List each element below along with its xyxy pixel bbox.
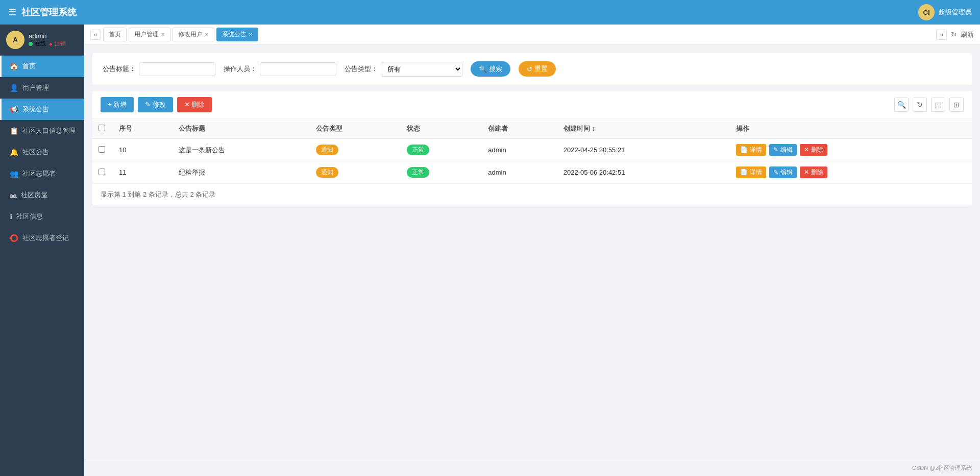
title-input[interactable]: [139, 62, 215, 76]
search-button[interactable]: 🔍 搜索: [471, 61, 510, 77]
sidebar-item-user-mgmt[interactable]: 👤 用户管理: [0, 77, 84, 99]
breadcrumb-bar: « 首页 用户管理 ✕ 修改用户 ✕ 系统公告 ✕ »: [84, 25, 980, 45]
main-layout: A admin 在线 ● 注销 🏠 首页 👤 用户管理 📢: [0, 25, 980, 476]
online-dot: [29, 42, 33, 46]
page-content: 公告标题： 操作人员： 公告类型： 所有 通知 公告 紧急: [84, 45, 980, 460]
sidebar-label-volunteer-reg: 社区志愿者登记: [22, 233, 69, 243]
row-edit-button[interactable]: ✎ 编辑: [769, 166, 796, 178]
search-btn-label: 搜索: [489, 64, 502, 74]
tab-user-mgmt[interactable]: 用户管理 ✕: [129, 28, 170, 41]
row-checkbox[interactable]: [92, 161, 113, 184]
header-title: 公告标题: [173, 119, 310, 139]
close-system-announce-icon[interactable]: ✕: [249, 32, 253, 37]
content-area: « 首页 用户管理 ✕ 修改用户 ✕ 系统公告 ✕ »: [84, 25, 980, 476]
sidebar-item-house[interactable]: 🏘 社区房屋: [0, 184, 84, 206]
search-icon-button[interactable]: 🔍: [894, 98, 909, 112]
sidebar-label-user-mgmt: 用户管理: [22, 83, 49, 92]
title-field: 公告标题：: [103, 62, 215, 76]
logout-link[interactable]: 注销: [55, 40, 66, 47]
user-info: admin 在线 ● 注销: [29, 32, 66, 47]
sidebar-item-volunteer-reg[interactable]: ⭕ 社区志愿者登记: [0, 227, 84, 249]
close-user-mgmt-icon[interactable]: ✕: [161, 32, 165, 37]
table-view-button[interactable]: ▤: [931, 98, 945, 112]
tab-system-announce[interactable]: 系统公告 ✕: [216, 28, 258, 41]
sidebar-label-system-announce: 系统公告: [22, 105, 49, 114]
sidebar-label-info: 社区信息: [16, 212, 43, 221]
breadcrumb-refresh-label[interactable]: 刷新: [961, 30, 974, 39]
top-header: ☰ 社区管理系统 Ci 超级管理员: [0, 0, 980, 25]
tab-modify-user-label: 修改用户: [178, 30, 203, 39]
row-created-at: 2022-04-25 20:55:21: [557, 139, 730, 161]
page-footer: CSDN @z社区管理系统: [84, 460, 980, 476]
sidebar-label-home: 首页: [22, 62, 36, 71]
refresh-button[interactable]: ↻: [951, 31, 957, 38]
select-all-checkbox[interactable]: [99, 125, 105, 131]
detail-button[interactable]: 📄 详情: [736, 166, 766, 178]
tab-system-announce-label: 系统公告: [222, 30, 247, 39]
hamburger-button[interactable]: ☰: [8, 7, 16, 18]
row-type: 通知: [310, 139, 401, 161]
header-checkbox-col: [92, 119, 113, 139]
sidebar-label-volunteer: 社区志愿者: [22, 169, 56, 178]
row-creator: admin: [482, 139, 557, 161]
header-actions: 操作: [730, 119, 972, 139]
type-field: 公告类型： 所有 通知 公告 紧急: [345, 62, 462, 77]
breadcrumb-right-actions: » ↻ 刷新: [936, 30, 974, 40]
header-right: Ci 超级管理员: [918, 4, 972, 20]
tab-home[interactable]: 首页: [103, 28, 127, 41]
sidebar-label-house: 社区房屋: [21, 191, 47, 200]
sidebar-item-community-announce[interactable]: 🔔 社区公告: [0, 141, 84, 163]
table-header-row: 序号 公告标题 公告类型 状态 创建者 创建时间 ↕ 操作: [92, 119, 972, 139]
sidebar-item-population[interactable]: 📋 社区人口信息管理: [0, 120, 84, 141]
tab-modify-user[interactable]: 修改用户 ✕: [173, 28, 214, 41]
close-modify-user-icon[interactable]: ✕: [205, 32, 209, 37]
operator-label: 操作人员：: [224, 64, 257, 74]
row-seq: 11: [113, 161, 173, 184]
reset-icon: ↺: [527, 65, 532, 73]
tab-home-label: 首页: [109, 30, 121, 39]
reset-button[interactable]: ↺ 重置: [519, 61, 556, 77]
search-icon: 🔍: [479, 65, 487, 73]
edit-button[interactable]: ✎ 修改: [138, 97, 173, 112]
row-title: 纪检举报: [173, 161, 310, 184]
row-status: 正常: [401, 139, 482, 161]
sidebar-item-volunteer[interactable]: 👥 社区志愿者: [0, 163, 84, 184]
toolbar-left: + 新增 ✎ 修改 ✕ 删除: [101, 97, 212, 112]
sidebar: A admin 在线 ● 注销 🏠 首页 👤 用户管理 📢: [0, 25, 84, 476]
announce-icon: 📢: [10, 105, 18, 113]
row-edit-button[interactable]: ✎ 编辑: [769, 144, 796, 156]
sidebar-item-info[interactable]: ℹ 社区信息: [0, 206, 84, 227]
delete-button[interactable]: ✕ 删除: [177, 97, 212, 112]
header-created-at: 创建时间 ↕: [557, 119, 730, 139]
add-button[interactable]: + 新增: [101, 97, 134, 112]
user-status: 在线 ● 注销: [29, 40, 66, 47]
bell-icon: 🔔: [10, 148, 18, 156]
breadcrumb-back-button[interactable]: «: [90, 30, 101, 40]
type-label: 公告类型：: [345, 64, 378, 74]
row-checkbox[interactable]: [92, 139, 113, 161]
header-seq: 序号: [113, 119, 173, 139]
username-label: admin: [29, 32, 66, 40]
row-actions: 📄 详情 ✎ 编辑 ✕ 删除: [730, 161, 972, 184]
detail-button[interactable]: 📄 详情: [736, 144, 766, 156]
refresh-icon-button[interactable]: ↻: [913, 98, 927, 112]
row-seq: 10: [113, 139, 173, 161]
table-body: 10 这是一条新公告 通知 正常 admin 2022-04-25 20:55:…: [92, 139, 972, 184]
app-title: 社区管理系统: [21, 6, 77, 18]
grid-view-button[interactable]: ⊞: [949, 98, 964, 112]
row-delete-button[interactable]: ✕ 删除: [800, 144, 827, 156]
type-select[interactable]: 所有 通知 公告 紧急: [381, 62, 462, 77]
table-row: 10 这是一条新公告 通知 正常 admin 2022-04-25 20:55:…: [92, 139, 972, 161]
data-table: 序号 公告标题 公告类型 状态 创建者 创建时间 ↕ 操作 10 这是一条新: [92, 119, 972, 184]
sidebar-item-home[interactable]: 🏠 首页: [0, 56, 84, 77]
sidebar-label-population: 社区人口信息管理: [22, 126, 76, 135]
population-icon: 📋: [10, 127, 18, 135]
sidebar-item-system-announce[interactable]: 📢 系统公告: [0, 99, 84, 120]
row-delete-button[interactable]: ✕ 删除: [800, 166, 827, 178]
home-icon: 🏠: [10, 62, 18, 70]
operator-input[interactable]: [260, 62, 336, 76]
sidebar-user-section: A admin 在线 ● 注销: [0, 25, 84, 56]
header-left: ☰ 社区管理系统: [8, 6, 77, 18]
header-type: 公告类型: [310, 119, 401, 139]
breadcrumb-forward-button[interactable]: »: [936, 30, 947, 40]
